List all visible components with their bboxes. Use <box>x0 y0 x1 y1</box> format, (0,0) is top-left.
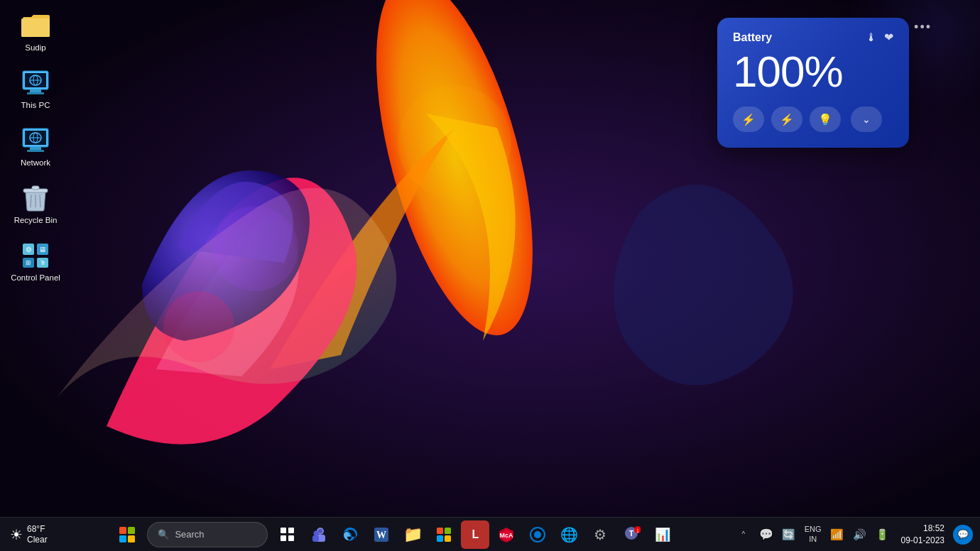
svg-text:W: W <box>376 530 386 540</box>
svg-rect-48 <box>437 528 443 534</box>
network-icon <box>21 126 50 155</box>
svg-text:⊞: ⊞ <box>26 259 31 266</box>
battery-widget-header: Battery 🌡 ❤ <box>733 31 893 44</box>
widget-more-button[interactable]: ••• <box>914 20 932 35</box>
desktop: Sudip This PC <box>0 0 980 551</box>
taskbar-icon-teams[interactable] <box>305 520 333 549</box>
battery-health-icon[interactable]: ❤ <box>884 31 893 44</box>
svg-text:⚙: ⚙ <box>26 246 32 253</box>
notification-badge[interactable]: 💬 <box>953 525 973 545</box>
start-button[interactable] <box>113 520 141 549</box>
battery-expand-button[interactable]: ⌄ <box>851 107 882 132</box>
svg-rect-36 <box>128 535 135 542</box>
desktop-icons: Sudip This PC <box>7 7 64 288</box>
taskbar-icon-settings[interactable]: ⚙ <box>586 520 614 549</box>
clock-time: 18:52 <box>923 523 944 535</box>
svg-text:🖥: 🖥 <box>39 246 46 253</box>
taskbar-clock[interactable]: 18:52 09-01-2023 <box>895 523 950 547</box>
battery-tray-icon[interactable]: 🔋 <box>873 525 893 545</box>
svg-rect-40 <box>288 535 294 541</box>
svg-point-5 <box>163 291 234 362</box>
power-mode-button[interactable]: ⚡ <box>733 107 764 132</box>
taskbar-tray: ^ 💬 🔄 ENGIN 📶 🔊 🔋 18:52 09-01-2023 💬 <box>726 523 980 547</box>
battery-settings-icon[interactable]: 🌡 <box>866 31 877 44</box>
svg-rect-38 <box>288 528 294 533</box>
taskbar-icon-lync[interactable]: L <box>461 520 489 549</box>
svg-rect-51 <box>445 535 451 542</box>
svg-rect-16 <box>27 150 44 152</box>
tray-wechat-icon[interactable]: 💬 <box>756 525 776 545</box>
control-panel-label: Control Panel <box>11 273 60 283</box>
svg-rect-39 <box>281 535 286 541</box>
svg-point-44 <box>314 530 319 535</box>
taskbar: ☀ 68°F Clear 🔍 Search <box>0 517 980 551</box>
volume-icon[interactable]: 🔊 <box>850 525 870 545</box>
weather-info: 68°F Clear <box>27 524 48 545</box>
taskbar-center: 🔍 Search <box>64 520 726 549</box>
wifi-icon[interactable]: 📶 <box>827 525 847 545</box>
search-bar[interactable]: 🔍 Search <box>147 522 268 547</box>
svg-rect-49 <box>445 528 451 534</box>
desktop-icon-this-pc[interactable]: This PC <box>7 65 64 115</box>
svg-text:1: 1 <box>636 528 639 533</box>
sudip-icon <box>21 11 50 40</box>
clock-date: 09-01-2023 <box>901 535 944 547</box>
svg-rect-37 <box>281 528 286 533</box>
brightness-button[interactable]: 💡 <box>810 107 841 132</box>
svg-rect-9 <box>27 92 44 94</box>
svg-rect-15 <box>30 147 41 150</box>
svg-rect-35 <box>119 535 126 542</box>
svg-point-42 <box>318 529 322 533</box>
charging-button[interactable]: ⚡ <box>771 107 802 132</box>
recycle-bin-icon <box>21 184 50 212</box>
weather-icon: ☀ <box>10 526 23 543</box>
svg-line-22 <box>31 195 31 207</box>
desktop-icon-network[interactable]: Network <box>7 122 64 173</box>
svg-rect-8 <box>30 89 41 92</box>
taskbar-icon-store[interactable] <box>430 520 458 549</box>
taskbar-weather[interactable]: ☀ 68°F Clear <box>0 524 64 545</box>
desktop-icon-recycle-bin[interactable]: Recycle Bin <box>7 180 64 230</box>
taskbar-icon-task-view[interactable] <box>273 520 302 549</box>
svg-text:T: T <box>629 529 634 538</box>
search-icon: 🔍 <box>158 529 169 540</box>
taskbar-icon-outlook[interactable]: 📊 <box>648 520 677 549</box>
taskbar-icon-cortana[interactable] <box>523 520 552 549</box>
svg-line-24 <box>40 195 40 207</box>
tray-expand-button[interactable]: ^ <box>734 525 753 545</box>
svg-text:McA: McA <box>500 532 514 539</box>
this-pc-icon <box>21 69 50 97</box>
svg-point-4 <box>213 206 298 291</box>
desktop-icon-control-panel[interactable]: ⚙ 🖥 ⊞ 🖱 Control Panel <box>7 237 64 288</box>
taskbar-icon-edge[interactable] <box>336 520 364 549</box>
svg-rect-45 <box>312 535 319 542</box>
svg-rect-34 <box>128 527 135 534</box>
taskbar-icon-mcafee[interactable]: McA <box>492 520 521 549</box>
battery-widget: Battery 🌡 ❤ 100% ⚡ ⚡ 💡 ⌄ <box>717 18 909 148</box>
svg-point-54 <box>534 531 541 538</box>
svg-rect-21 <box>32 186 39 190</box>
taskbar-icon-file-explorer[interactable]: 📁 <box>398 520 427 549</box>
battery-percentage: 100% <box>733 50 893 94</box>
svg-text:🖱: 🖱 <box>40 259 46 266</box>
control-panel-icon: ⚙ 🖥 ⊞ 🖱 <box>21 241 50 270</box>
svg-rect-33 <box>119 527 126 534</box>
sudip-label: Sudip <box>25 43 45 53</box>
recycle-bin-label: Recycle Bin <box>14 215 58 226</box>
language-label[interactable]: ENGIN <box>802 525 824 543</box>
taskbar-icon-edge2[interactable]: 🌐 <box>555 520 583 549</box>
battery-controls: ⚡ ⚡ 💡 ⌄ <box>733 107 893 132</box>
tray-sync-icon[interactable]: 🔄 <box>779 525 799 545</box>
this-pc-label: This PC <box>21 100 50 111</box>
battery-widget-title: Battery <box>733 31 772 44</box>
svg-rect-50 <box>437 535 443 542</box>
svg-point-3 <box>398 85 511 199</box>
taskbar-icon-teams2[interactable]: T 1 <box>617 520 646 549</box>
weather-temp: 68°F <box>27 524 48 534</box>
network-label: Network <box>21 158 50 168</box>
search-label: Search <box>175 529 204 540</box>
battery-header-icons: 🌡 ❤ <box>866 31 893 44</box>
weather-condition: Clear <box>27 535 48 545</box>
desktop-icon-sudip[interactable]: Sudip <box>7 7 64 58</box>
taskbar-icon-word[interactable]: W <box>367 520 396 549</box>
